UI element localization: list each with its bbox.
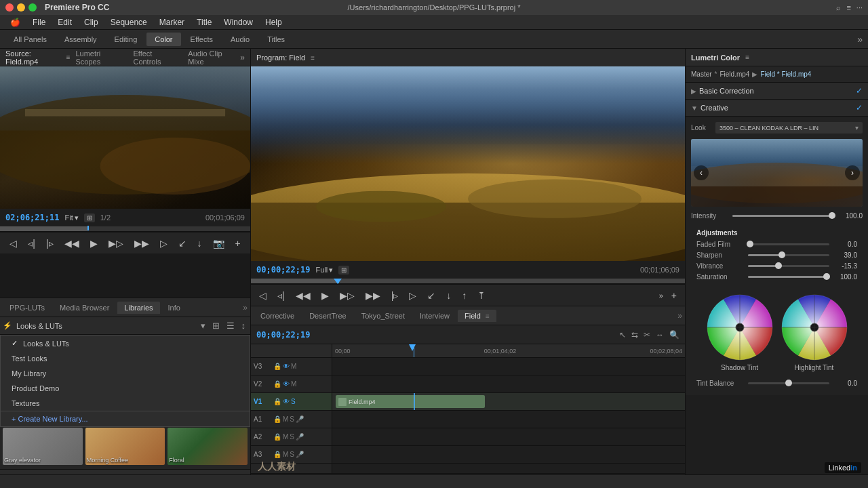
maximize-button[interactable] bbox=[28, 3, 37, 12]
timeline-tab-deserttree[interactable]: DesertTree bbox=[302, 310, 353, 322]
track-lock-v2[interactable]: 🔒 bbox=[273, 380, 281, 388]
look-next-btn[interactable]: › bbox=[845, 165, 860, 180]
program-mark-out[interactable]: ▷ bbox=[406, 289, 419, 302]
minimize-button[interactable] bbox=[17, 3, 25, 12]
tl-tool-razor[interactable]: ✂ bbox=[644, 330, 650, 340]
track-solo-a3[interactable]: S bbox=[290, 451, 294, 458]
source-mark-in[interactable]: ◁ bbox=[7, 237, 20, 250]
source-tab-effects[interactable]: Effect Controls bbox=[133, 48, 177, 67]
lib-menu-create[interactable]: + Create New Library... bbox=[1, 411, 250, 426]
program-fit-selector[interactable]: Full ▾ bbox=[315, 266, 333, 274]
shadow-tint-wheel[interactable] bbox=[706, 293, 774, 361]
panel-more[interactable]: » bbox=[243, 303, 248, 312]
track-mute-v3[interactable]: M bbox=[291, 363, 296, 370]
program-more[interactable]: » bbox=[659, 291, 663, 300]
source-play-in-out[interactable]: ▶▷ bbox=[106, 237, 126, 250]
track-lock-a1[interactable]: 🔒 bbox=[273, 415, 281, 423]
menu-marker[interactable]: Marker bbox=[155, 16, 189, 28]
panel-tab-info[interactable]: Info bbox=[161, 302, 187, 314]
tl-tool-select[interactable]: ↖ bbox=[619, 330, 626, 340]
timeline-v1-track[interactable]: Field.mp4 bbox=[332, 393, 685, 411]
ws-tab-color[interactable]: Color bbox=[146, 33, 180, 46]
source-play[interactable]: ▶ bbox=[87, 237, 100, 250]
ws-tab-assembly[interactable]: Assembly bbox=[56, 33, 105, 46]
intensity-thumb[interactable] bbox=[829, 212, 835, 219]
panel-tab-media[interactable]: Media Browser bbox=[53, 302, 116, 314]
menu-file[interactable]: File bbox=[28, 16, 50, 28]
timeline-a1-track[interactable] bbox=[332, 411, 685, 428]
track-mute-v2[interactable]: M bbox=[291, 380, 296, 388]
track-mute-a3[interactable]: M bbox=[283, 451, 288, 458]
source-mark-out[interactable]: ▷ bbox=[157, 237, 170, 250]
menu-clip[interactable]: Clip bbox=[79, 16, 103, 28]
vibrance-slider[interactable] bbox=[748, 265, 829, 267]
tl-tool-slip[interactable]: ↔ bbox=[656, 330, 664, 340]
look-prev-btn[interactable]: ‹ bbox=[694, 165, 709, 180]
program-resolution-btn[interactable]: ⊞ bbox=[338, 266, 349, 274]
timeline-tab-tokyo[interactable]: Tokyo_Street bbox=[355, 310, 412, 322]
timeline-tab-corrective[interactable]: Corrective bbox=[254, 310, 301, 322]
lumetri-menu-icon[interactable]: ≡ bbox=[745, 54, 749, 61]
library-sort-btn[interactable]: ↕ bbox=[239, 320, 248, 331]
panel-tab-ppg[interactable]: PPG-LUTs bbox=[3, 302, 52, 314]
menu-icon[interactable]: ≡ bbox=[846, 3, 850, 12]
source-ff[interactable]: ▶▶ bbox=[132, 237, 152, 250]
program-mark-in[interactable]: ◁ bbox=[256, 289, 269, 302]
panel-tab-libraries[interactable]: Libraries bbox=[117, 302, 159, 314]
source-step-back[interactable]: ◃| bbox=[25, 237, 38, 250]
lib-menu-product-demo[interactable]: Product Demo bbox=[1, 381, 250, 396]
program-ff[interactable]: ▶▶ bbox=[363, 289, 383, 302]
program-rewind[interactable]: ◀◀ bbox=[293, 289, 313, 302]
faded-film-slider[interactable] bbox=[748, 243, 829, 245]
lib-menu-my-library[interactable]: My Library bbox=[1, 366, 250, 381]
creative-check[interactable]: ✓ bbox=[856, 103, 863, 113]
basic-correction-section[interactable]: ▶ Basic Correction ✓ bbox=[686, 83, 868, 100]
track-lock-v1[interactable]: 🔒 bbox=[273, 398, 281, 405]
close-button[interactable] bbox=[5, 3, 14, 12]
program-play[interactable]: ▶ bbox=[319, 289, 332, 302]
track-solo-a1[interactable]: S bbox=[290, 415, 294, 423]
thumb-gray-elevator[interactable]: Gray elevator bbox=[3, 428, 83, 465]
source-scrubber[interactable] bbox=[0, 226, 250, 232]
timeline-tab-close[interactable]: ≡ bbox=[486, 312, 490, 320]
sharpen-slider[interactable] bbox=[748, 254, 829, 256]
track-eye-v2[interactable]: 👁 bbox=[283, 380, 290, 388]
source-step-fwd[interactable]: |▹ bbox=[43, 237, 56, 250]
program-overwrite[interactable]: ↓ bbox=[443, 289, 454, 302]
track-mute-a2[interactable]: M bbox=[283, 433, 288, 441]
source-tab-audio[interactable]: Audio Clip Mixe bbox=[188, 48, 235, 67]
ws-tab-editing[interactable]: Editing bbox=[106, 33, 146, 46]
source-resolution-btn[interactable]: ⊞ bbox=[84, 214, 95, 222]
sharpen-thumb[interactable] bbox=[778, 251, 785, 258]
source-overwrite[interactable]: ↓ bbox=[195, 237, 205, 250]
workspace-more[interactable]: » bbox=[857, 34, 863, 45]
track-solo-a2[interactable]: S bbox=[290, 433, 294, 441]
timeline-tab-field[interactable]: Field ≡ bbox=[458, 310, 496, 322]
tl-tool-zoom[interactable]: 🔍 bbox=[669, 330, 679, 340]
source-camera[interactable]: 📷 bbox=[210, 237, 227, 250]
ws-tab-audio[interactable]: Audio bbox=[222, 33, 258, 46]
timeline-more[interactable]: » bbox=[677, 311, 682, 321]
ws-tab-all-panels[interactable]: All Panels bbox=[5, 33, 55, 46]
source-rewind[interactable]: ◀◀ bbox=[62, 237, 82, 250]
program-add[interactable]: + bbox=[669, 289, 679, 302]
track-mute-a1[interactable]: M bbox=[283, 415, 288, 423]
menu-help[interactable]: Help bbox=[260, 16, 287, 28]
program-extract[interactable]: ⤒ bbox=[475, 289, 488, 302]
intensity-slider[interactable] bbox=[732, 215, 835, 217]
lib-menu-test-looks[interactable]: Test Looks bbox=[1, 351, 250, 366]
timeline-v3-track[interactable] bbox=[332, 358, 685, 375]
lib-menu-textures[interactable]: Textures bbox=[1, 396, 250, 411]
menu-apple[interactable]: 🍎 bbox=[5, 16, 25, 28]
search-icon[interactable]: ⌕ bbox=[836, 3, 841, 12]
ws-tab-titles[interactable]: Titles bbox=[259, 33, 293, 46]
program-step-fwd[interactable]: |▹ bbox=[389, 289, 401, 302]
program-monitor-menu[interactable]: ≡ bbox=[311, 54, 315, 62]
timeline-a2-track[interactable] bbox=[332, 428, 685, 446]
source-add[interactable]: + bbox=[233, 237, 243, 250]
thumb-floral[interactable]: Floral bbox=[167, 428, 248, 465]
thumb-morning-coffee[interactable]: Morning Coffee bbox=[85, 428, 165, 465]
library-grid-btn[interactable]: ⊞ bbox=[210, 320, 222, 331]
source-tab-lumetri[interactable]: Lumetri Scopes bbox=[75, 48, 122, 67]
timeline-tab-interview[interactable]: Interview bbox=[413, 310, 456, 322]
